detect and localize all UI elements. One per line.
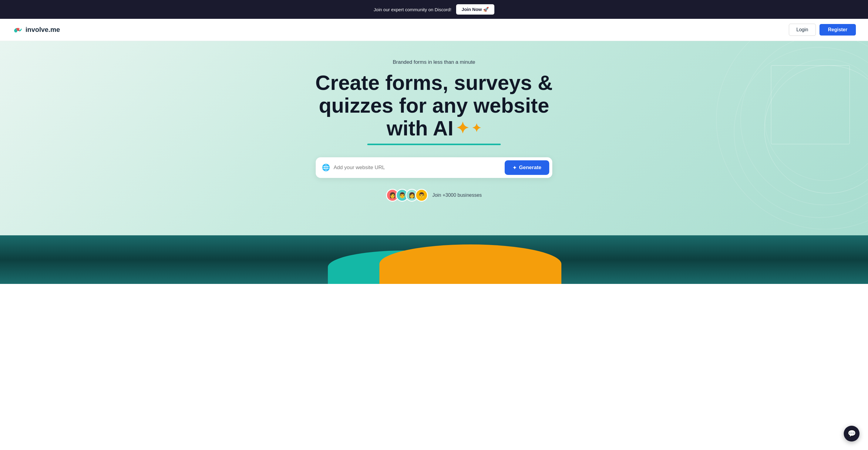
logo-icon xyxy=(12,24,23,35)
hero-title-line1: Create forms, surveys & xyxy=(315,71,553,94)
banner-text: Join our expert community on Discord! xyxy=(374,7,451,12)
generate-sparkle-icon: ✦ xyxy=(513,165,517,171)
preview-section xyxy=(0,235,868,284)
globe-icon: 🌐 xyxy=(322,164,330,172)
hero-title-line2: quizzes for any website xyxy=(319,94,549,117)
preview-wave-orange xyxy=(379,245,561,284)
register-button[interactable]: Register xyxy=(819,24,856,35)
logo-text: involve.me xyxy=(26,26,60,34)
login-button[interactable]: Login xyxy=(789,24,816,36)
url-input[interactable] xyxy=(334,165,501,171)
url-input-container: 🌐 ✦ Generate xyxy=(316,157,552,178)
nav-actions: Login Register xyxy=(789,24,856,36)
generate-label: Generate xyxy=(519,165,541,171)
navbar: involve.me Login Register xyxy=(0,19,868,41)
join-now-button[interactable]: Join Now 🚀 xyxy=(456,4,494,15)
svg-point-2 xyxy=(14,29,17,32)
avatar-4: 👨 xyxy=(415,189,428,202)
top-banner: Join our expert community on Discord! Jo… xyxy=(0,0,868,19)
hero-grid-decoration xyxy=(771,65,850,144)
avatar-group: 👩 👨 👩 👨 xyxy=(386,189,428,202)
logo-link[interactable]: involve.me xyxy=(12,24,60,35)
hero-subtitle: Branded forms in less than a minute xyxy=(393,59,475,65)
hero-title-ai-prefix: with AI xyxy=(387,117,454,140)
generate-button[interactable]: ✦ Generate xyxy=(505,160,549,175)
sparkle-small-icon: ✦ xyxy=(472,122,481,134)
hero-title-line3: with AI ✦ ✦ xyxy=(387,117,481,140)
social-proof: 👩 👨 👩 👨 Join +3000 businesses xyxy=(386,189,482,202)
hero-section: Branded forms in less than a minute Crea… xyxy=(0,41,868,235)
social-proof-text: Join +3000 businesses xyxy=(432,193,482,198)
hero-title: Create forms, surveys & quizzes for any … xyxy=(315,72,553,139)
title-underline xyxy=(367,144,501,145)
sparkle-large-icon: ✦ xyxy=(456,120,469,136)
